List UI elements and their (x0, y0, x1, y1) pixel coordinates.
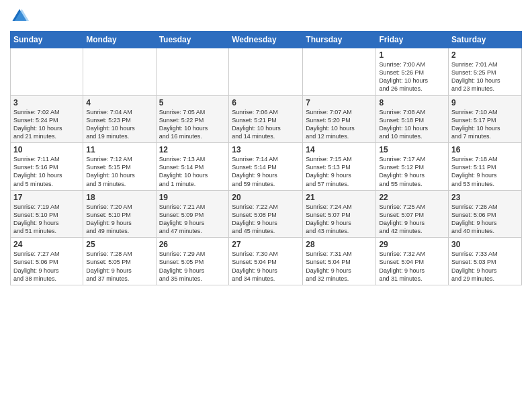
calendar-table: SundayMondayTuesdayWednesdayThursdayFrid… (10, 31, 522, 285)
calendar-day-cell: 11Sunrise: 7:12 AM Sunset: 5:15 PM Dayli… (83, 143, 156, 191)
day-number: 2 (451, 50, 519, 60)
weekday-header: Saturday (449, 32, 522, 48)
day-info: Sunrise: 7:30 AM Sunset: 5:04 PM Dayligh… (232, 250, 300, 283)
day-number: 19 (159, 193, 226, 202)
weekday-header: Sunday (11, 32, 83, 48)
day-info: Sunrise: 7:24 AM Sunset: 5:07 PM Dayligh… (306, 203, 373, 236)
calendar-day-cell: 20Sunrise: 7:22 AM Sunset: 5:08 PM Dayli… (229, 190, 303, 238)
day-number: 27 (232, 240, 300, 249)
day-info: Sunrise: 7:31 AM Sunset: 5:04 PM Dayligh… (306, 250, 373, 283)
day-info: Sunrise: 7:29 AM Sunset: 5:05 PM Dayligh… (159, 250, 226, 283)
calendar-day-cell: 7Sunrise: 7:07 AM Sunset: 5:20 PM Daylig… (303, 95, 376, 143)
calendar-day-cell: 19Sunrise: 7:21 AM Sunset: 5:09 PM Dayli… (156, 190, 229, 238)
day-info: Sunrise: 7:02 AM Sunset: 5:24 PM Dayligh… (13, 108, 80, 141)
day-info: Sunrise: 7:08 AM Sunset: 5:18 PM Dayligh… (379, 108, 445, 141)
calendar-day-cell: 14Sunrise: 7:15 AM Sunset: 5:13 PM Dayli… (303, 143, 376, 191)
day-number: 6 (232, 98, 300, 107)
day-info: Sunrise: 7:26 AM Sunset: 5:06 PM Dayligh… (451, 203, 519, 236)
day-info: Sunrise: 7:17 AM Sunset: 5:12 PM Dayligh… (379, 155, 445, 188)
calendar-day-cell: 26Sunrise: 7:29 AM Sunset: 5:05 PM Dayli… (156, 238, 229, 285)
calendar-day-cell: 23Sunrise: 7:26 AM Sunset: 5:06 PM Dayli… (449, 190, 522, 238)
day-number: 30 (451, 240, 519, 249)
day-info: Sunrise: 7:14 AM Sunset: 5:14 PM Dayligh… (232, 155, 300, 188)
day-number: 7 (306, 98, 373, 107)
day-number: 21 (306, 193, 373, 202)
day-info: Sunrise: 7:21 AM Sunset: 5:09 PM Dayligh… (159, 203, 226, 236)
day-number: 10 (13, 145, 80, 154)
calendar-day-cell: 3Sunrise: 7:02 AM Sunset: 5:24 PM Daylig… (11, 95, 83, 143)
day-number: 22 (379, 193, 445, 202)
calendar-day-cell: 30Sunrise: 7:33 AM Sunset: 5:03 PM Dayli… (449, 238, 522, 285)
day-number: 18 (86, 193, 152, 202)
calendar-day-cell: 12Sunrise: 7:13 AM Sunset: 5:14 PM Dayli… (156, 143, 229, 191)
calendar-day-cell: 10Sunrise: 7:11 AM Sunset: 5:16 PM Dayli… (11, 143, 83, 191)
header (10, 7, 522, 26)
logo (10, 7, 32, 26)
calendar-day-cell (11, 48, 83, 96)
calendar-week-row: 24Sunrise: 7:27 AM Sunset: 5:06 PM Dayli… (11, 238, 522, 285)
weekday-header: Tuesday (156, 32, 229, 48)
day-info: Sunrise: 7:10 AM Sunset: 5:17 PM Dayligh… (451, 108, 519, 141)
calendar-day-cell: 17Sunrise: 7:19 AM Sunset: 5:10 PM Dayli… (11, 190, 83, 238)
calendar-day-cell: 22Sunrise: 7:25 AM Sunset: 5:07 PM Dayli… (376, 190, 449, 238)
day-info: Sunrise: 7:18 AM Sunset: 5:11 PM Dayligh… (451, 155, 519, 188)
day-number: 20 (232, 193, 300, 202)
logo-icon (10, 7, 29, 26)
calendar-week-row: 1Sunrise: 7:00 AM Sunset: 5:26 PM Daylig… (11, 48, 522, 96)
calendar-day-cell: 24Sunrise: 7:27 AM Sunset: 5:06 PM Dayli… (11, 238, 83, 285)
day-number: 14 (306, 145, 373, 154)
day-number: 29 (379, 240, 445, 249)
day-info: Sunrise: 7:28 AM Sunset: 5:05 PM Dayligh… (86, 250, 152, 283)
day-info: Sunrise: 7:19 AM Sunset: 5:10 PM Dayligh… (13, 203, 80, 236)
calendar-day-cell: 6Sunrise: 7:06 AM Sunset: 5:21 PM Daylig… (229, 95, 303, 143)
calendar-day-cell: 1Sunrise: 7:00 AM Sunset: 5:26 PM Daylig… (376, 48, 449, 96)
day-number: 8 (379, 98, 445, 107)
calendar-day-cell: 16Sunrise: 7:18 AM Sunset: 5:11 PM Dayli… (449, 143, 522, 191)
weekday-header: Thursday (303, 32, 376, 48)
day-info: Sunrise: 7:33 AM Sunset: 5:03 PM Dayligh… (451, 250, 519, 283)
day-number: 5 (159, 98, 226, 107)
calendar-day-cell (303, 48, 376, 96)
day-number: 24 (13, 240, 80, 249)
day-info: Sunrise: 7:27 AM Sunset: 5:06 PM Dayligh… (13, 250, 80, 283)
day-info: Sunrise: 7:11 AM Sunset: 5:16 PM Dayligh… (13, 155, 80, 188)
calendar-day-cell: 9Sunrise: 7:10 AM Sunset: 5:17 PM Daylig… (449, 95, 522, 143)
day-info: Sunrise: 7:06 AM Sunset: 5:21 PM Dayligh… (232, 108, 300, 141)
day-info: Sunrise: 7:00 AM Sunset: 5:26 PM Dayligh… (379, 60, 445, 93)
calendar-day-cell: 18Sunrise: 7:20 AM Sunset: 5:10 PM Dayli… (83, 190, 156, 238)
day-number: 28 (306, 240, 373, 249)
calendar-day-cell: 15Sunrise: 7:17 AM Sunset: 5:12 PM Dayli… (376, 143, 449, 191)
day-number: 12 (159, 145, 226, 154)
calendar-day-cell: 8Sunrise: 7:08 AM Sunset: 5:18 PM Daylig… (376, 95, 449, 143)
day-number: 26 (159, 240, 226, 249)
calendar-day-cell: 28Sunrise: 7:31 AM Sunset: 5:04 PM Dayli… (303, 238, 376, 285)
calendar-day-cell: 2Sunrise: 7:01 AM Sunset: 5:25 PM Daylig… (449, 48, 522, 96)
page: SundayMondayTuesdayWednesdayThursdayFrid… (0, 0, 532, 411)
day-info: Sunrise: 7:12 AM Sunset: 5:15 PM Dayligh… (86, 155, 152, 188)
calendar-day-cell: 13Sunrise: 7:14 AM Sunset: 5:14 PM Dayli… (229, 143, 303, 191)
day-number: 23 (451, 193, 519, 202)
day-info: Sunrise: 7:05 AM Sunset: 5:22 PM Dayligh… (159, 108, 226, 141)
calendar-week-row: 3Sunrise: 7:02 AM Sunset: 5:24 PM Daylig… (11, 95, 522, 143)
calendar-day-cell (83, 48, 156, 96)
calendar-header-row: SundayMondayTuesdayWednesdayThursdayFrid… (11, 32, 522, 48)
day-number: 15 (379, 145, 445, 154)
calendar-day-cell: 21Sunrise: 7:24 AM Sunset: 5:07 PM Dayli… (303, 190, 376, 238)
day-info: Sunrise: 7:13 AM Sunset: 5:14 PM Dayligh… (159, 155, 226, 188)
calendar-day-cell: 29Sunrise: 7:32 AM Sunset: 5:04 PM Dayli… (376, 238, 449, 285)
day-number: 17 (13, 193, 80, 202)
calendar-day-cell: 27Sunrise: 7:30 AM Sunset: 5:04 PM Dayli… (229, 238, 303, 285)
calendar-day-cell: 25Sunrise: 7:28 AM Sunset: 5:05 PM Dayli… (83, 238, 156, 285)
weekday-header: Monday (83, 32, 156, 48)
day-number: 9 (451, 98, 519, 107)
calendar-week-row: 17Sunrise: 7:19 AM Sunset: 5:10 PM Dayli… (11, 190, 522, 238)
calendar-week-row: 10Sunrise: 7:11 AM Sunset: 5:16 PM Dayli… (11, 143, 522, 191)
day-info: Sunrise: 7:25 AM Sunset: 5:07 PM Dayligh… (379, 203, 445, 236)
day-number: 4 (86, 98, 152, 107)
calendar-day-cell: 4Sunrise: 7:04 AM Sunset: 5:23 PM Daylig… (83, 95, 156, 143)
calendar-day-cell (229, 48, 303, 96)
day-info: Sunrise: 7:20 AM Sunset: 5:10 PM Dayligh… (86, 203, 152, 236)
day-info: Sunrise: 7:22 AM Sunset: 5:08 PM Dayligh… (232, 203, 300, 236)
day-info: Sunrise: 7:07 AM Sunset: 5:20 PM Dayligh… (306, 108, 373, 141)
day-number: 25 (86, 240, 152, 249)
